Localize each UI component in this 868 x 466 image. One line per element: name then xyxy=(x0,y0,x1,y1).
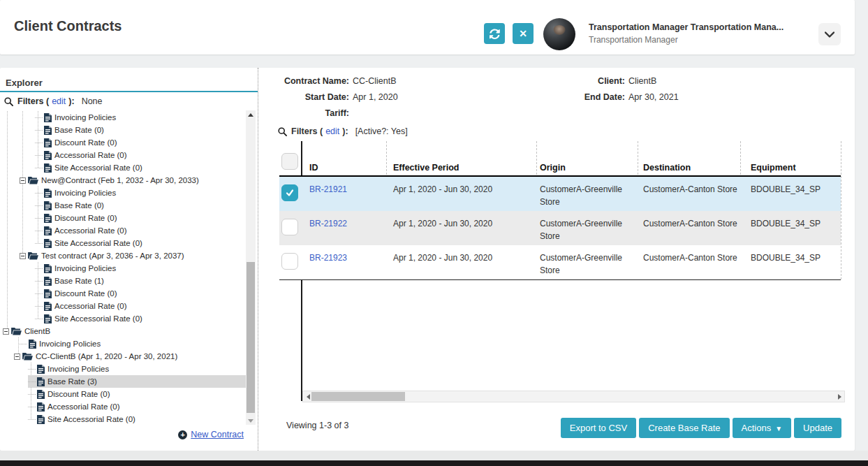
row-checkbox[interactable] xyxy=(281,184,298,201)
select-all-checkbox[interactable] xyxy=(281,153,298,170)
tree-doc-item[interactable]: Accessorial Rate (0) xyxy=(0,224,246,237)
tree-collapse-icon[interactable] xyxy=(20,253,26,259)
explorer-divider xyxy=(0,91,258,92)
tree-doc-item[interactable]: Discount Rate (0) xyxy=(0,212,246,224)
tree-doc-item[interactable]: Discount Rate (0) xyxy=(0,388,246,400)
tree-collapse-icon[interactable] xyxy=(14,354,20,360)
tree-item-label: Accessorial Rate (0) xyxy=(47,402,120,411)
tree-doc-item[interactable]: Accessorial Rate (0) xyxy=(0,149,246,161)
base-rate-row[interactable]: BR-21922Apr 1, 2020 - Jun 30, 2020Custom… xyxy=(279,211,841,245)
tree-collapse-icon[interactable] xyxy=(20,177,26,184)
start-date-label: Start Date: xyxy=(258,92,349,102)
tree-folder-item[interactable]: New@Contract (Feb 1, 2032 - Apr 30, 2033… xyxy=(0,174,246,187)
filters-edit-link[interactable]: edit xyxy=(325,126,339,136)
tree-folder-item[interactable]: Test contract (Apr 3, 2036 - Apr 3, 2037… xyxy=(0,249,246,262)
tree-doc-item[interactable]: Accessorial Rate (0) xyxy=(0,400,246,413)
page-footer-strip xyxy=(0,451,868,460)
tree-doc-item[interactable]: Base Rate (0) xyxy=(0,124,246,136)
tree-doc-item[interactable]: Base Rate (3) xyxy=(0,375,246,388)
base-rate-row[interactable]: BR-21921Apr 1, 2020 - Jun 30, 2020Custom… xyxy=(279,177,841,211)
tree-collapse-icon[interactable] xyxy=(3,328,9,335)
export-to-csv-button[interactable]: Export to CSV xyxy=(561,418,636,438)
tree-item-label: New@Contract (Feb 1, 2032 - Apr 30, 2033… xyxy=(41,176,199,184)
explorer-scrollbar[interactable] xyxy=(246,110,256,425)
tree-connector-stub xyxy=(35,268,43,269)
scroll-down-icon[interactable] xyxy=(246,416,256,425)
effective-period-cell: Apr 1, 2020 - Jun 30, 2020 xyxy=(393,252,533,264)
create-base-rate-button[interactable]: Create Base Rate xyxy=(639,418,729,438)
scroll-up-icon[interactable] xyxy=(246,110,256,119)
tree-doc-item[interactable]: Invoicing Policies xyxy=(0,363,246,375)
tree-item-label: Discount Rate (0) xyxy=(54,138,117,147)
column-header-equipment[interactable]: Equipment xyxy=(751,163,796,173)
period-id-link[interactable]: BR-21923 xyxy=(309,252,383,264)
origin-cell: CustomerA-Greenville Store xyxy=(540,217,632,242)
tree-item-content: Accessorial Rate (0) xyxy=(35,149,246,161)
tree-indent xyxy=(0,344,20,344)
column-header-period[interactable]: Effective Period xyxy=(393,163,459,173)
base-rate-row[interactable]: BR-21923Apr 1, 2020 - Jun 30, 2020Custom… xyxy=(279,245,841,279)
button-label: Update xyxy=(803,423,832,433)
row-checkbox[interactable] xyxy=(281,219,298,235)
tree-indent xyxy=(0,130,35,131)
row-checkbox[interactable] xyxy=(281,253,298,270)
tariff-label: Tariff: xyxy=(258,108,349,118)
destination-cell: CustomerA-Canton Store xyxy=(643,252,737,264)
tree-doc-item[interactable]: Base Rate (0) xyxy=(0,199,246,212)
button-label: Actions xyxy=(742,423,772,433)
document-icon xyxy=(44,201,52,210)
tree-doc-item[interactable]: Base Rate (1) xyxy=(0,275,246,287)
refresh-button[interactable] xyxy=(484,23,505,44)
period-id-link[interactable]: BR-21921 xyxy=(309,183,383,196)
column-header-destination[interactable]: Destination xyxy=(643,163,691,173)
tree-item-content: Invoicing Policies xyxy=(35,187,246,199)
actions-button[interactable]: Actions▼ xyxy=(733,418,792,438)
grid-horizontal-scrollbar[interactable] xyxy=(302,391,845,402)
filters-label: Filters ( xyxy=(17,96,49,106)
tree-folder-item[interactable]: CC-ClientB (Apr 1, 2020 - Apr 30, 2021) xyxy=(0,350,246,363)
grid-filters: Filters (edit): [Active?: Yes] xyxy=(278,126,408,136)
column-header-id[interactable]: ID xyxy=(309,163,318,173)
tree-doc-item[interactable]: Site Accessorial Rate (0) xyxy=(0,413,246,425)
document-icon xyxy=(37,365,45,374)
tree-folder-item[interactable]: ClientB xyxy=(0,325,246,337)
explorer-title: Explorer xyxy=(6,78,43,88)
tree-item-label: Discount Rate (0) xyxy=(47,390,110,398)
scroll-right-icon[interactable] xyxy=(834,391,844,402)
tree-indent xyxy=(0,231,35,231)
tree-item-content: Invoicing Policies xyxy=(35,262,246,275)
equipment-cell: BDOUBLE_34_SP xyxy=(751,183,838,196)
scrollbar-thumb[interactable] xyxy=(247,262,255,413)
tree-doc-item[interactable]: Accessorial Rate (0) xyxy=(0,300,246,312)
tree-doc-item[interactable]: Discount Rate (0) xyxy=(0,287,246,300)
tree-connector-stub xyxy=(28,407,36,407)
tree-item-content: Accessorial Rate (0) xyxy=(28,400,246,413)
tree-doc-item[interactable]: Site Accessorial Rate (0) xyxy=(0,161,246,174)
tree-doc-item[interactable]: Site Accessorial Rate (0) xyxy=(0,312,246,325)
destination-cell: CustomerA-Canton Store xyxy=(643,217,737,230)
tree-doc-item[interactable]: Discount Rate (0) xyxy=(0,136,246,149)
new-contract-link[interactable]: New Contract xyxy=(191,430,244,439)
user-avatar[interactable] xyxy=(543,18,575,50)
tree-item-content: Site Accessorial Rate (0) xyxy=(35,237,246,249)
origin-cell: CustomerA-Greenville Store xyxy=(540,183,632,208)
filters-edit-link[interactable]: edit xyxy=(52,96,66,106)
close-button[interactable]: ✕ xyxy=(513,23,534,44)
user-menu-button[interactable] xyxy=(818,23,841,45)
period-id-link[interactable]: BR-21922 xyxy=(309,217,383,230)
tree-doc-item[interactable]: Invoicing Policies xyxy=(0,337,246,350)
tree-indent xyxy=(0,117,35,118)
tree-connector-stub xyxy=(35,143,43,143)
refresh-icon xyxy=(490,29,500,39)
tree-indent xyxy=(0,143,35,143)
update-button[interactable]: Update xyxy=(794,418,841,438)
tree-doc-item[interactable]: Site Accessorial Rate (0) xyxy=(0,237,246,249)
column-header-origin[interactable]: Origin xyxy=(540,163,566,173)
tree-doc-item[interactable]: Invoicing Policies xyxy=(0,187,246,199)
tree-item-content: Base Rate (1) xyxy=(35,275,246,287)
client-value-link[interactable]: ClientB xyxy=(628,76,656,86)
tree-doc-item[interactable]: Invoicing Policies xyxy=(0,262,246,275)
tree-connector-stub xyxy=(28,369,36,370)
tree-doc-item[interactable]: Invoicing Policies xyxy=(0,111,246,124)
scrollbar-thumb[interactable] xyxy=(311,392,405,401)
